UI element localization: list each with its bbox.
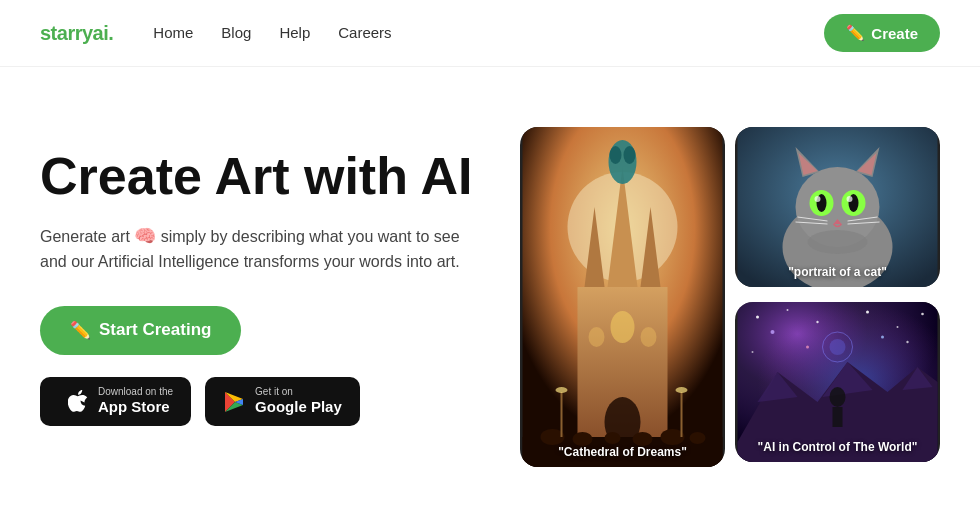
svg-point-67 bbox=[806, 346, 809, 349]
hero-title: Create Art with AI bbox=[40, 148, 490, 205]
svg-point-15 bbox=[610, 146, 622, 164]
svg-rect-62 bbox=[833, 407, 843, 427]
nav-link-blog[interactable]: Blog bbox=[221, 24, 251, 41]
logo[interactable]: starryai. bbox=[40, 22, 113, 45]
svg-point-16 bbox=[624, 146, 636, 164]
svg-rect-24 bbox=[561, 392, 563, 437]
image-card-cathedral: "Cathedral of Dreams" bbox=[520, 127, 725, 467]
svg-point-11 bbox=[611, 311, 635, 343]
navbar: starryai. Home Blog Help Careers ✏️ Crea… bbox=[0, 0, 980, 67]
image-grid: "Cathedral of Dreams" bbox=[520, 107, 940, 467]
svg-point-25 bbox=[556, 387, 568, 393]
svg-point-55 bbox=[752, 351, 754, 353]
svg-point-61 bbox=[830, 387, 846, 407]
brain-emoji: 🧠 bbox=[134, 226, 156, 246]
nav-item-careers[interactable]: Careers bbox=[338, 24, 391, 42]
svg-point-49 bbox=[756, 316, 759, 319]
cathedral-label: "Cathedral of Dreams" bbox=[520, 445, 725, 459]
nav-item-home[interactable]: Home bbox=[153, 24, 193, 42]
svg-point-51 bbox=[816, 321, 818, 323]
start-creating-button[interactable]: ✏️ Start Creating bbox=[40, 306, 241, 355]
main-content: Create Art with AI Generate art 🧠 simply… bbox=[0, 67, 980, 506]
google-play-icon bbox=[223, 391, 245, 413]
image-card-space: "AI in Control of The World" bbox=[735, 302, 940, 462]
svg-point-46 bbox=[808, 230, 868, 254]
svg-point-21 bbox=[633, 432, 653, 446]
svg-point-52 bbox=[866, 311, 869, 314]
google-play-button[interactable]: Get it on Google Play bbox=[205, 377, 360, 427]
svg-point-23 bbox=[690, 432, 706, 444]
svg-point-66 bbox=[881, 336, 884, 339]
nav-link-help[interactable]: Help bbox=[279, 24, 310, 41]
pencil-icon-btn: ✏️ bbox=[70, 320, 91, 341]
store-buttons: Download on the App Store Get it on Goog… bbox=[40, 377, 490, 427]
app-store-text: Download on the App Store bbox=[98, 387, 173, 417]
svg-point-12 bbox=[589, 327, 605, 347]
cat-label: "portrait of a cat" bbox=[735, 265, 940, 279]
svg-point-19 bbox=[573, 432, 593, 446]
pencil-icon: ✏️ bbox=[846, 24, 865, 42]
image-card-cat: "portrait of a cat" bbox=[735, 127, 940, 287]
svg-point-56 bbox=[906, 341, 908, 343]
svg-point-53 bbox=[897, 326, 899, 328]
google-play-text: Get it on Google Play bbox=[255, 387, 342, 417]
svg-point-54 bbox=[921, 313, 924, 316]
hero-left: Create Art with AI Generate art 🧠 simply… bbox=[40, 148, 520, 427]
space-label: "AI in Control of The World" bbox=[735, 440, 940, 454]
create-button[interactable]: ✏️ Create bbox=[824, 14, 940, 52]
nav-item-blog[interactable]: Blog bbox=[221, 24, 251, 42]
svg-point-64 bbox=[830, 339, 846, 355]
hero-subtitle: Generate art 🧠 simply by describing what… bbox=[40, 223, 490, 274]
nav-link-home[interactable]: Home bbox=[153, 24, 193, 41]
svg-point-27 bbox=[676, 387, 688, 393]
svg-point-39 bbox=[815, 196, 821, 202]
svg-point-13 bbox=[641, 327, 657, 347]
svg-rect-26 bbox=[681, 392, 683, 437]
app-store-button[interactable]: Download on the App Store bbox=[40, 377, 191, 427]
nav-links: Home Blog Help Careers bbox=[153, 24, 824, 42]
logo-text: starryai. bbox=[40, 22, 113, 44]
nav-link-careers[interactable]: Careers bbox=[338, 24, 391, 41]
svg-point-50 bbox=[787, 309, 789, 311]
svg-point-65 bbox=[771, 330, 775, 334]
svg-point-20 bbox=[605, 432, 621, 444]
svg-point-40 bbox=[847, 196, 853, 202]
nav-item-help[interactable]: Help bbox=[279, 24, 310, 42]
apple-svg-icon bbox=[68, 390, 88, 414]
